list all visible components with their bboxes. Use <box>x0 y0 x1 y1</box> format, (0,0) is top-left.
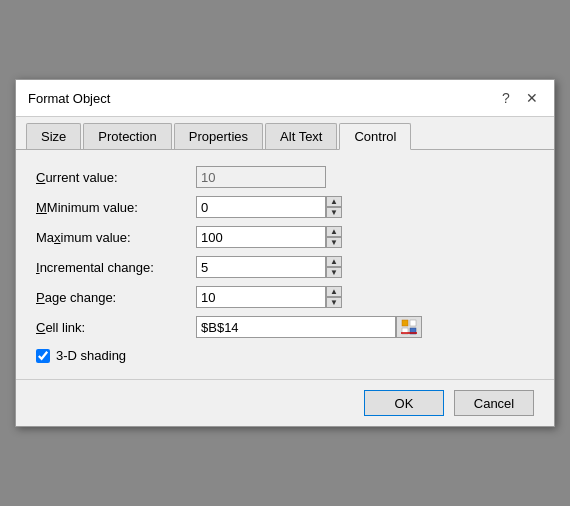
title-bar: Format Object ? ✕ <box>16 80 554 117</box>
dialog-title: Format Object <box>28 91 110 106</box>
minimum-value-row: MMinimum value: ▲ ▼ <box>36 196 534 218</box>
minimum-value-label: MMinimum value: <box>36 200 196 215</box>
maximum-value-up[interactable]: ▲ <box>326 226 342 237</box>
shading-row: 3-D shading <box>36 348 534 363</box>
minimum-value-up[interactable]: ▲ <box>326 196 342 207</box>
cell-link-label: Cell link: <box>36 320 196 335</box>
shading-label[interactable]: 3-D shading <box>56 348 126 363</box>
page-change-input[interactable] <box>196 286 326 308</box>
minimum-value-down[interactable]: ▼ <box>326 207 342 218</box>
maximum-value-spinner: ▲ ▼ <box>326 226 342 248</box>
page-change-label: Page change: <box>36 290 196 305</box>
minimum-value-input-group: ▲ ▼ <box>196 196 342 218</box>
current-value-input-group <box>196 166 326 188</box>
page-change-down[interactable]: ▼ <box>326 297 342 308</box>
tab-alt-text[interactable]: Alt Text <box>265 123 337 149</box>
incremental-change-up[interactable]: ▲ <box>326 256 342 267</box>
cell-link-picker-button[interactable] <box>396 316 422 338</box>
incremental-change-down[interactable]: ▼ <box>326 267 342 278</box>
cell-link-row: Cell link: <box>36 316 534 338</box>
cell-link-picker-icon <box>401 319 417 335</box>
minimum-value-spinner: ▲ ▼ <box>326 196 342 218</box>
tab-size[interactable]: Size <box>26 123 81 149</box>
tabs-container: Size Protection Properties Alt Text Cont… <box>16 117 554 150</box>
page-change-input-group: ▲ ▼ <box>196 286 342 308</box>
current-value-label: Current value: <box>36 170 196 185</box>
incremental-change-spinner: ▲ ▼ <box>326 256 342 278</box>
incremental-change-input-group: ▲ ▼ <box>196 256 342 278</box>
shading-checkbox[interactable] <box>36 349 50 363</box>
cell-link-input-group <box>196 316 422 338</box>
dialog-body: Current value: MMinimum value: ▲ ▼ <box>16 150 554 379</box>
minimum-value-input[interactable] <box>196 196 326 218</box>
maximum-value-input[interactable] <box>196 226 326 248</box>
tab-properties[interactable]: Properties <box>174 123 263 149</box>
tab-protection[interactable]: Protection <box>83 123 172 149</box>
tab-control[interactable]: Control <box>339 123 411 150</box>
page-change-spinner: ▲ ▼ <box>326 286 342 308</box>
incremental-change-label: Incremental change: <box>36 260 196 275</box>
incremental-change-row: Incremental change: ▲ ▼ <box>36 256 534 278</box>
current-value-row: Current value: <box>36 166 534 188</box>
svg-rect-1 <box>410 320 416 326</box>
svg-rect-0 <box>402 320 408 326</box>
ok-button[interactable]: OK <box>364 390 444 416</box>
format-object-dialog: Format Object ? ✕ Size Protection Proper… <box>15 79 555 427</box>
maximum-value-down[interactable]: ▼ <box>326 237 342 248</box>
cell-link-input[interactable] <box>196 316 396 338</box>
cancel-button[interactable]: Cancel <box>454 390 534 416</box>
maximum-value-input-group: ▲ ▼ <box>196 226 342 248</box>
close-button[interactable]: ✕ <box>522 88 542 108</box>
incremental-change-input[interactable] <box>196 256 326 278</box>
maximum-value-row: Maximum value: ▲ ▼ <box>36 226 534 248</box>
page-change-row: Page change: ▲ ▼ <box>36 286 534 308</box>
control-tab-content: Current value: MMinimum value: ▲ ▼ <box>36 166 534 363</box>
title-bar-buttons: ? ✕ <box>496 88 542 108</box>
page-change-up[interactable]: ▲ <box>326 286 342 297</box>
maximum-value-label: Maximum value: <box>36 230 196 245</box>
help-button[interactable]: ? <box>496 88 516 108</box>
current-value-input[interactable] <box>196 166 326 188</box>
dialog-footer: OK Cancel <box>16 379 554 426</box>
